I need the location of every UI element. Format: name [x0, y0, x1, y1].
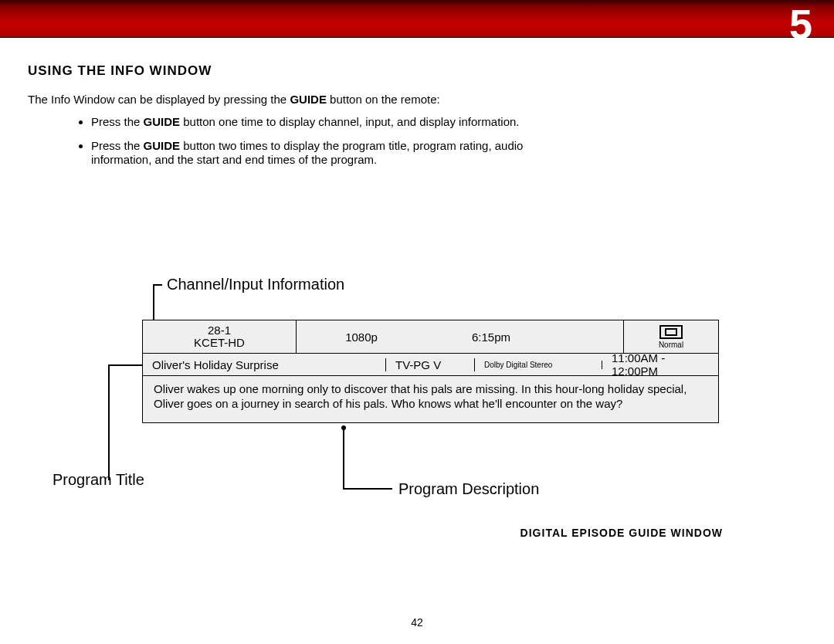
- cell-channel: 28-1 KCET-HD: [143, 320, 297, 353]
- b1-bold: GUIDE: [144, 115, 181, 128]
- connector-line: [153, 284, 162, 286]
- content-area: USING THE INFO WINDOW The Info Window ca…: [28, 63, 800, 179]
- cell-spacer: [556, 320, 623, 353]
- chapter-number: 5: [789, 0, 812, 48]
- label-channel-input: Channel/Input Information: [167, 276, 344, 293]
- cell-time: 6:15pm: [426, 320, 556, 353]
- aspect-label: Normal: [635, 341, 707, 349]
- bullet-2: Press the GUIDE button two times to disp…: [91, 139, 524, 168]
- connector-dot-icon: [341, 425, 346, 430]
- section-heading: USING THE INFO WINDOW: [28, 63, 800, 79]
- figure-caption: DIGITAL EPISODE GUIDE WINDOW: [520, 527, 723, 539]
- info-row-program: Oliver's Holiday Surprise TV-PG V Dolby …: [143, 354, 718, 376]
- intro-text: The Info Window can be displayed by pres…: [28, 93, 468, 107]
- info-window-table: 28-1 KCET-HD 1080p 6:15pm Normal Oliver'…: [142, 320, 719, 423]
- label-program-description: Program Description: [398, 480, 539, 498]
- connector-line: [108, 364, 110, 480]
- intro-post: button on the remote:: [327, 93, 440, 106]
- cell-aspect: Normal: [623, 320, 718, 353]
- instruction-list: Press the GUIDE button one time to displ…: [60, 115, 524, 168]
- connector-line: [343, 488, 392, 490]
- intro-bold: GUIDE: [290, 93, 327, 106]
- header-band: [0, 0, 834, 38]
- b1-post: button one time to display channel, inpu…: [180, 115, 519, 128]
- channel-name: KCET-HD: [154, 337, 285, 349]
- label-program-title: Program Title: [53, 471, 144, 489]
- cell-timespan: 11:00AM - 12:00PM: [602, 351, 718, 378]
- cell-program-title: Oliver's Holiday Surprise: [143, 358, 386, 371]
- bullet-1: Press the GUIDE button one time to displ…: [91, 115, 524, 130]
- channel-number: 28-1: [154, 324, 285, 337]
- connector-line: [343, 426, 344, 488]
- cell-resolution: 1080p: [297, 320, 426, 353]
- info-row-description: Oliver wakes up one morning only to disc…: [143, 376, 718, 422]
- info-row-channel: 28-1 KCET-HD 1080p 6:15pm Normal: [143, 320, 718, 354]
- intro-pre: The Info Window can be displayed by pres…: [28, 93, 290, 106]
- page-number: 42: [0, 616, 834, 629]
- cell-rating: TV-PG V: [386, 358, 475, 371]
- b1-pre: Press the: [91, 115, 144, 128]
- cell-audio: Dolby Digital Stereo: [475, 361, 602, 369]
- b2-pre: Press the: [91, 139, 144, 152]
- aspect-icon: [659, 325, 683, 339]
- b2-bold: GUIDE: [144, 139, 181, 152]
